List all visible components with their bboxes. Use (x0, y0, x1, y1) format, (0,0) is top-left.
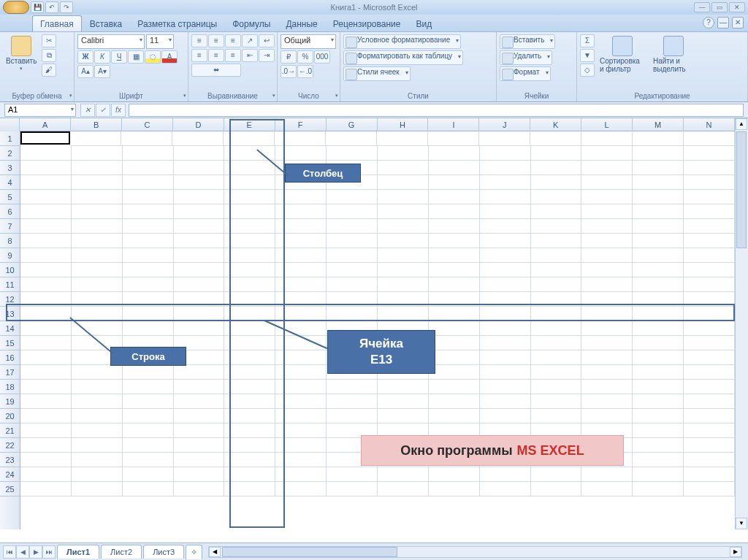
cell[interactable] (123, 453, 174, 467)
cell[interactable] (123, 482, 174, 496)
cell[interactable] (531, 219, 582, 234)
underline-button[interactable]: Ч (111, 50, 127, 64)
row-header[interactable]: 21 (0, 423, 20, 438)
cell[interactable] (224, 350, 275, 365)
cell[interactable] (581, 336, 633, 350)
row-header[interactable]: 9 (0, 248, 20, 263)
sheet-nav-first-icon[interactable]: ⏮ (3, 545, 16, 559)
vscroll-thumb[interactable] (736, 131, 747, 248)
row-header[interactable]: 13 (0, 307, 20, 321)
increase-decimal-button[interactable]: .0→ (280, 65, 297, 78)
cell[interactable] (684, 394, 735, 409)
cell[interactable] (275, 175, 327, 190)
cell[interactable] (531, 438, 582, 453)
cell[interactable] (378, 321, 429, 336)
tab-page-layout[interactable]: Разметка страницы (130, 16, 224, 31)
cell[interactable] (531, 321, 582, 336)
cell[interactable] (174, 482, 225, 496)
cell[interactable] (684, 380, 735, 394)
cell[interactable] (428, 131, 479, 146)
cell[interactable] (581, 277, 633, 292)
cell[interactable] (327, 365, 378, 380)
cell[interactable] (633, 204, 684, 219)
cell[interactable] (275, 409, 327, 423)
cell[interactable] (684, 321, 735, 336)
cell[interactable] (275, 131, 326, 146)
cell[interactable] (275, 161, 327, 175)
font-size-combo[interactable]: 11 (146, 34, 174, 49)
cell[interactable] (72, 321, 123, 336)
wrap-text-button[interactable]: ↩ (259, 34, 275, 47)
cell[interactable] (123, 423, 174, 438)
align-center-button[interactable]: ≡ (208, 49, 224, 62)
cell[interactable] (429, 292, 480, 307)
cell[interactable] (378, 394, 429, 409)
cell[interactable] (20, 453, 72, 467)
cell[interactable] (429, 321, 480, 336)
cell[interactable] (531, 292, 582, 307)
cell[interactable] (531, 409, 582, 423)
cell[interactable] (327, 161, 378, 175)
cell[interactable] (531, 467, 582, 482)
cell[interactable] (684, 365, 735, 380)
cell[interactable] (480, 307, 531, 321)
cell[interactable] (378, 175, 429, 190)
font-name-combo[interactable]: Calibri (77, 34, 145, 49)
column-header[interactable]: K (530, 118, 581, 131)
cell[interactable] (72, 292, 123, 307)
cell[interactable] (480, 453, 531, 467)
cell[interactable] (378, 453, 429, 467)
cell[interactable] (581, 321, 633, 336)
cell[interactable] (72, 263, 123, 277)
qat-undo-icon[interactable]: ↶ (45, 1, 58, 13)
cell[interactable] (480, 350, 531, 365)
cell[interactable] (174, 292, 225, 307)
cell[interactable] (174, 277, 225, 292)
cell[interactable] (20, 350, 72, 365)
cell[interactable] (378, 365, 429, 380)
restore-button[interactable]: ▭ (711, 2, 728, 12)
cell[interactable] (531, 204, 582, 219)
increase-indent-button[interactable]: ⇥ (259, 49, 275, 62)
cell[interactable] (174, 467, 225, 482)
cell[interactable] (224, 409, 275, 423)
cell[interactable] (684, 277, 735, 292)
row-header[interactable]: 1 (0, 131, 20, 146)
cell[interactable] (72, 234, 123, 248)
cell[interactable] (123, 307, 174, 321)
row-header[interactable]: 25 (0, 482, 20, 496)
cell[interactable] (581, 453, 633, 467)
cell[interactable] (123, 277, 174, 292)
cell[interactable] (20, 380, 72, 394)
cell[interactable] (275, 336, 327, 350)
cell[interactable] (531, 350, 582, 365)
cell[interactable] (633, 307, 684, 321)
row-header[interactable]: 8 (0, 234, 20, 248)
cell[interactable] (174, 365, 225, 380)
cell[interactable] (224, 292, 275, 307)
scroll-down-icon[interactable]: ▼ (736, 518, 747, 529)
cell[interactable] (480, 365, 531, 380)
cell[interactable] (633, 423, 684, 438)
cell[interactable] (480, 380, 531, 394)
cell[interactable] (429, 409, 480, 423)
cell[interactable] (224, 482, 275, 496)
cell[interactable] (174, 336, 225, 350)
select-all-corner[interactable] (0, 118, 20, 131)
cell[interactable] (123, 336, 174, 350)
cell[interactable] (480, 190, 531, 204)
cell[interactable] (378, 248, 429, 263)
cell[interactable] (429, 161, 480, 175)
clear-button[interactable]: ◇ (580, 64, 595, 77)
row-header[interactable]: 2 (0, 146, 20, 161)
cell[interactable] (378, 409, 429, 423)
cell[interactable] (581, 394, 633, 409)
cell[interactable] (224, 380, 275, 394)
cell[interactable] (275, 453, 327, 467)
cell[interactable] (20, 482, 72, 496)
hscroll-thumb[interactable] (222, 547, 397, 557)
cell[interactable] (633, 321, 684, 336)
column-header[interactable]: G (327, 118, 378, 131)
border-button[interactable]: ▦ (128, 50, 144, 64)
format-as-table-button[interactable]: Форматировать как таблицу (343, 50, 463, 65)
